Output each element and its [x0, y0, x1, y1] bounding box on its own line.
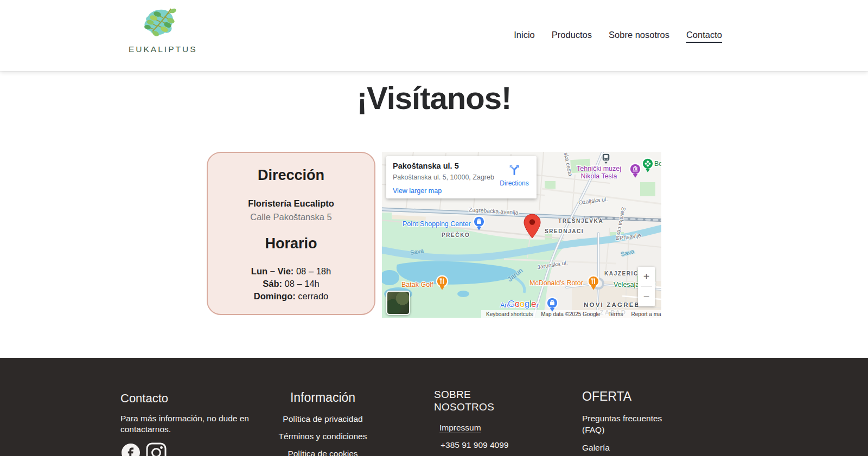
restaurant-poi-icon[interactable] — [436, 275, 449, 293]
tram-station-icon[interactable] — [602, 153, 610, 166]
google-letter: e — [531, 299, 536, 309]
google-map-embed[interactable]: ska cesta Ozaljska ul. Zagrebačka avenij… — [382, 152, 661, 318]
nav-item-sobre-nosotros[interactable]: Sobre nosotros — [609, 30, 669, 40]
address-card: Dirección Floristería Eucalipto Calle Pa… — [207, 152, 375, 315]
horario-heading: Horario — [208, 235, 374, 252]
directions-label: Directions — [497, 179, 531, 187]
opening-hours: Lun – Vie: 08 – 18h Sáb: 08 – 14h Doming… — [208, 265, 374, 303]
logo[interactable]: EUKALIPTUS — [129, 5, 189, 54]
faq-link[interactable]: Preguntas frecuentes (FAQ) — [582, 413, 669, 435]
eucalyptus-logo-icon — [139, 34, 178, 43]
business-name: Floristería Eucalipto — [208, 198, 374, 209]
map-area-label: KAJZERICA — [604, 271, 643, 277]
hero-section: ¡Visítanos! — [0, 80, 868, 116]
page-title: ¡Visítanos! — [0, 80, 868, 116]
map-attribution-bar: Keyboard shortcuts Map data ©2025 Google… — [481, 310, 661, 318]
keyboard-shortcuts-link[interactable]: Keyboard shortcuts — [486, 311, 533, 317]
map-poi-mcdonalds-label[interactable]: McDonald's Rotor — [529, 279, 583, 287]
satellite-view-toggle[interactable] — [386, 291, 410, 315]
hours-row: Lun – Vie: 08 – 18h — [208, 265, 374, 278]
map-area-label: TREŠNJEVKA — [558, 218, 603, 224]
content-row: Dirección Floristería Eucalipto Calle Pa… — [0, 152, 868, 318]
map-zoom-control: + − — [638, 267, 655, 306]
report-map-error-link[interactable]: Report a map error — [631, 311, 661, 317]
instagram-icon[interactable] — [145, 442, 167, 456]
hours-row: Sáb: 08 – 14h — [208, 278, 374, 290]
site-header: EUKALIPTUS Inicio Productos Sobre nosotr… — [0, 0, 868, 71]
google-letter: G — [508, 299, 515, 309]
footer-offer-column: OFERTA Preguntas frecuentes (FAQ) Galerí… — [582, 389, 701, 453]
directions-button[interactable]: Directions — [497, 163, 531, 187]
nav-item-inicio[interactable]: Inicio — [514, 30, 535, 40]
view-larger-map-link[interactable]: View larger map — [393, 187, 442, 195]
terms-conditions-link[interactable]: Términos y condiciones — [266, 432, 380, 441]
terms-link[interactable]: Terms — [608, 311, 623, 317]
map-poi-point-label[interactable]: Point Shopping Center — [403, 220, 471, 228]
main-nav: Inicio Productos Sobre nosotros Contacto — [514, 30, 722, 40]
map-poi-botanical-label[interactable]: Bot — [654, 160, 661, 168]
map-red-marker[interactable] — [523, 213, 541, 242]
botanical-poi-icon[interactable] — [641, 157, 654, 176]
google-letter: g — [525, 299, 529, 309]
gallery-link[interactable]: Galería — [582, 443, 701, 453]
site-footer: Contacto Para más información, no dude e… — [0, 358, 868, 456]
shopping-center-poi-icon[interactable] — [546, 297, 559, 315]
directions-icon — [497, 163, 531, 178]
map-poi-museum-label[interactable]: Tehnički muzej Nikola Tesla — [573, 165, 625, 180]
hours-row: Domingo: cerrado — [208, 290, 374, 303]
map-area-label: PREČKO — [442, 232, 470, 238]
map-place-card: Pakoštanska ul. 5 Pakoštanska ul. 5, 100… — [386, 156, 537, 198]
facebook-icon[interactable] — [120, 442, 141, 456]
impressum-link[interactable]: Impressum — [439, 423, 481, 433]
map-poi-batak-label[interactable]: Batak Golf — [401, 281, 433, 288]
address-line: Calle Pakoštanska 5 — [208, 212, 374, 222]
place-title: Pakoštanska ul. 5 — [393, 162, 459, 170]
google-letter: o — [520, 299, 525, 309]
zoom-in-button[interactable]: + — [638, 267, 655, 286]
footer-info-heading: Información — [266, 390, 380, 405]
footer-about-column: SOBRE NOSOTROS Impressum +385 91 909 409… — [434, 388, 521, 450]
map-area-label: SREDNJACI — [545, 228, 584, 234]
logo-wordmark: EUKALIPTUS — [129, 44, 189, 54]
footer-contact-heading: Contacto — [120, 391, 283, 406]
nav-item-productos[interactable]: Productos — [552, 30, 592, 40]
google-logo[interactable]: Google — [508, 299, 536, 310]
footer-contact-column: Contacto Para más información, no dude e… — [120, 391, 283, 456]
footer-info-column: Información Política de privacidad Térmi… — [266, 390, 380, 456]
google-letter: o — [515, 299, 520, 309]
footer-offer-heading: OFERTA — [582, 389, 701, 404]
museum-poi-icon[interactable] — [629, 163, 642, 181]
map-area-label: NOVI ZAGREB — [584, 301, 640, 308]
phone-link[interactable]: +385 91 909 4099 — [441, 440, 521, 450]
footer-about-heading: SOBRE NOSOTROS — [434, 388, 494, 413]
social-icons — [120, 442, 283, 456]
direccion-heading: Dirección — [208, 167, 374, 184]
zoom-out-button[interactable]: − — [638, 287, 655, 306]
restaurant-poi-icon[interactable] — [587, 275, 600, 293]
place-address: Pakoštanska ul. 5, 10000, Zagreb — [393, 174, 494, 181]
privacy-policy-link[interactable]: Política de privacidad — [266, 414, 380, 424]
nav-item-contacto[interactable]: Contacto — [686, 30, 722, 40]
footer-contact-text: Para más información, no dude en contact… — [120, 413, 256, 435]
cookies-policy-link[interactable]: Política de cookies — [266, 449, 380, 456]
shopping-center-poi-icon[interactable] — [473, 215, 486, 234]
